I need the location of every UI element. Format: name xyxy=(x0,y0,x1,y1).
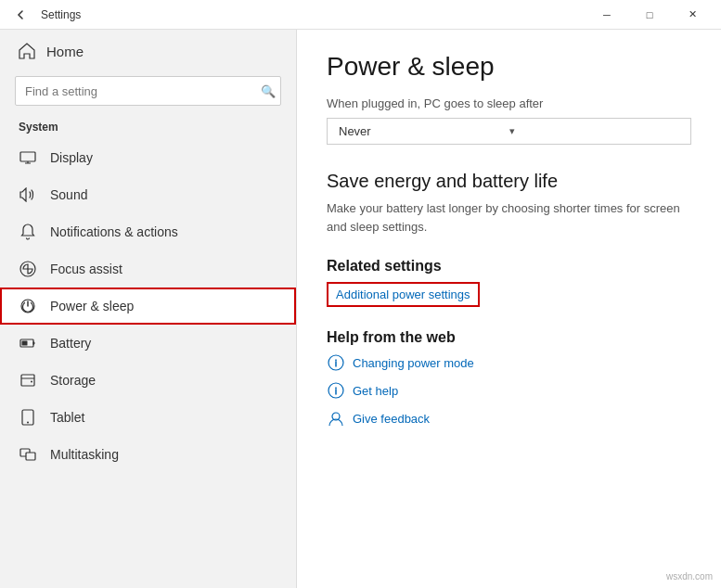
changing-power-mode-icon xyxy=(327,353,345,372)
sidebar-search[interactable]: 🔍 xyxy=(15,76,281,106)
titlebar-title: Settings xyxy=(33,8,586,21)
focus-icon xyxy=(19,260,37,278)
get-help-label: Get help xyxy=(353,384,398,398)
minimize-button[interactable]: ─ xyxy=(586,0,628,30)
home-icon xyxy=(19,43,35,59)
sidebar-item-label-focus: Focus assist xyxy=(50,262,122,276)
sidebar-item-tablet[interactable]: Tablet xyxy=(0,399,296,436)
sidebar-item-power[interactable]: Power & sleep xyxy=(0,288,296,325)
sidebar-item-label-sound: Sound xyxy=(50,187,87,202)
energy-text: Make your battery last longer by choosin… xyxy=(327,199,691,236)
sidebar-item-label-power: Power & sleep xyxy=(50,299,134,313)
sidebar-section-label: System xyxy=(0,113,296,139)
sidebar-home-label: Home xyxy=(46,44,84,59)
changing-power-mode-label: Changing power mode xyxy=(353,356,474,370)
sidebar-item-label-storage: Storage xyxy=(50,373,96,388)
sidebar-item-label-multitasking: Multitasking xyxy=(50,447,119,462)
content-area: Power & sleep When plugged in, PC goes t… xyxy=(297,30,721,588)
back-button[interactable] xyxy=(7,2,33,28)
svg-rect-4 xyxy=(22,341,28,346)
dropdown-value: Never xyxy=(339,124,509,138)
search-input[interactable] xyxy=(15,76,281,106)
energy-heading: Save energy and battery life xyxy=(327,171,691,192)
sidebar-item-sound[interactable]: Sound xyxy=(0,176,296,213)
storage-icon xyxy=(19,371,37,390)
sidebar-home[interactable]: Home xyxy=(0,30,296,72)
get-help-link[interactable]: Get help xyxy=(327,381,691,400)
page-title: Power & sleep xyxy=(327,52,691,82)
multitasking-icon xyxy=(19,445,37,464)
close-button[interactable]: ✕ xyxy=(671,0,714,30)
sidebar-item-storage[interactable]: Storage xyxy=(0,362,296,399)
svg-rect-10 xyxy=(26,453,35,460)
display-icon xyxy=(19,148,37,167)
sidebar-item-battery[interactable]: Battery xyxy=(0,325,296,362)
sidebar-item-label-battery: Battery xyxy=(50,336,91,351)
titlebar: Settings ─ □ ✕ xyxy=(0,0,721,30)
svg-point-6 xyxy=(31,381,32,383)
changing-power-mode-link[interactable]: Changing power mode xyxy=(327,353,691,372)
give-feedback-link[interactable]: Give feedback xyxy=(327,409,691,428)
sidebar-item-notifications[interactable]: Notifications & actions xyxy=(0,213,296,250)
get-help-icon xyxy=(327,381,345,400)
related-settings-heading: Related settings xyxy=(327,258,691,275)
svg-rect-5 xyxy=(21,375,34,386)
sidebar: Home 🔍 System Display xyxy=(0,30,297,588)
search-icon[interactable]: 🔍 xyxy=(261,84,276,98)
give-feedback-label: Give feedback xyxy=(353,412,430,426)
sidebar-item-label-notifications: Notifications & actions xyxy=(50,224,178,239)
plug-label: When plugged in, PC goes to sleep after xyxy=(327,96,691,110)
svg-rect-0 xyxy=(20,152,35,161)
sidebar-item-display[interactable]: Display xyxy=(0,139,296,176)
main-layout: Home 🔍 System Display xyxy=(0,30,721,588)
sidebar-item-label-tablet: Tablet xyxy=(50,410,84,425)
maximize-button[interactable]: □ xyxy=(628,0,671,30)
battery-icon xyxy=(19,334,37,352)
sidebar-item-multitasking[interactable]: Multitasking xyxy=(0,436,296,473)
sidebar-item-label-display: Display xyxy=(50,150,93,165)
sleep-dropdown[interactable]: Never ▾ xyxy=(327,118,691,145)
additional-power-settings-link[interactable]: Additional power settings xyxy=(327,282,480,307)
help-heading: Help from the web xyxy=(327,329,691,346)
power-icon xyxy=(19,297,37,315)
svg-point-8 xyxy=(27,422,29,424)
tablet-icon xyxy=(19,408,37,427)
sound-icon xyxy=(19,185,37,204)
window-controls: ─ □ ✕ xyxy=(586,0,714,30)
notifications-icon xyxy=(19,223,37,241)
give-feedback-icon xyxy=(327,409,345,428)
sidebar-item-focus[interactable]: Focus assist xyxy=(0,250,296,288)
chevron-down-icon: ▾ xyxy=(509,125,680,137)
watermark: wsxdn.com xyxy=(663,570,715,582)
